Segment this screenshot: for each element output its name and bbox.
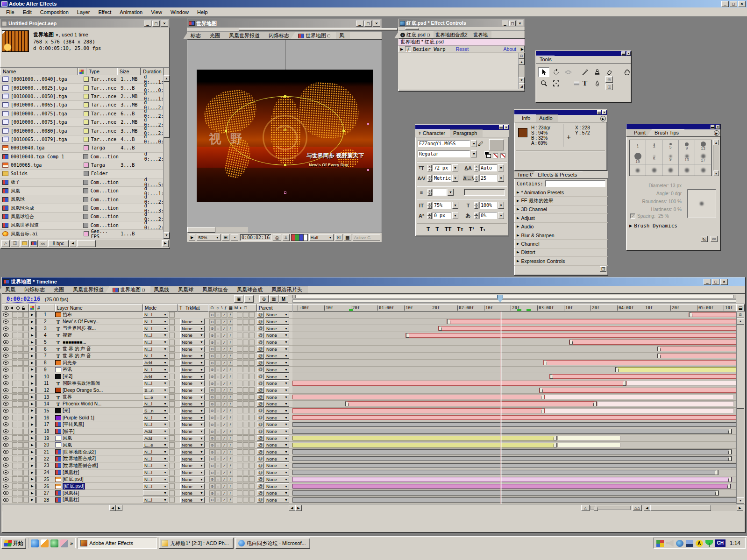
layer-duration-bar[interactable] [438, 326, 736, 331]
layer-twirl-icon[interactable]: ▶ [29, 423, 36, 426]
trkmat-dropdown[interactable]: None▼ [180, 387, 205, 393]
preserve-transparency-toggle[interactable] [169, 401, 175, 407]
effects-switch[interactable]: ƒ [228, 340, 233, 345]
layer-duration-bar[interactable] [292, 449, 732, 454]
adjustment-layer-switch[interactable] [249, 381, 255, 386]
layer-name[interactable]: [世界地图合成2] [63, 449, 96, 455]
preserve-transparency-toggle[interactable] [169, 456, 175, 461]
collapse-switch[interactable]: ☼ [215, 394, 221, 400]
frame-blend-switch[interactable] [237, 394, 242, 400]
preserve-transparency-toggle[interactable] [169, 490, 175, 496]
vscale-field[interactable]: 75% [433, 202, 451, 209]
maximize-button[interactable]: □ [152, 21, 160, 27]
label-color-swatch[interactable] [83, 206, 88, 211]
parent-pickwhip-icon[interactable]: @ [257, 422, 264, 427]
kerning-field[interactable]: Metric [433, 175, 451, 182]
column-name[interactable]: Name [0, 68, 78, 75]
adjustment-layer-switch[interactable] [249, 333, 255, 338]
layer-label-chip[interactable] [36, 374, 36, 380]
layer-duration-bar[interactable] [292, 484, 731, 489]
layer-visibility-eye-icon[interactable] [3, 319, 9, 324]
layer-visibility-eye-icon[interactable] [3, 375, 9, 379]
lock-toggle[interactable] [23, 463, 28, 468]
parent-pickwhip-icon[interactable]: @ [257, 497, 264, 503]
label-color-swatch[interactable] [84, 137, 89, 142]
preserve-transparency-toggle[interactable] [169, 394, 175, 400]
mode-header[interactable]: Mode [143, 304, 178, 312]
layer-label-chip[interactable] [36, 476, 36, 482]
layer-twirl-icon[interactable]: ▶ [29, 443, 36, 447]
trkmat-dropdown[interactable]: None▼ [180, 462, 205, 468]
effects-switch[interactable]: ƒ [228, 456, 233, 461]
project-title-bar[interactable]: Untitled Project.aep _ □ × [0, 19, 170, 28]
switch-header-icon[interactable]: ⊙ [210, 305, 214, 310]
solo-toggle[interactable] [18, 435, 23, 441]
layer-twirl-icon[interactable]: ▶ [29, 430, 36, 433]
brush-preset[interactable] [695, 164, 711, 176]
brush-dynamics-row[interactable]: ▶ Brush Dynamics [629, 223, 677, 229]
layer-row[interactable]: ▶ 23 [世界地图侧合成] N...l▼ None▼ [2, 462, 292, 469]
faux-style-button[interactable]: T [435, 226, 439, 233]
label-color-swatch[interactable] [83, 154, 88, 159]
twirl-icon[interactable]: ▶ [517, 242, 519, 246]
layer-visibility-eye-icon[interactable] [3, 443, 9, 447]
pen-tool[interactable] [591, 78, 603, 88]
layer-label-chip[interactable] [36, 319, 36, 325]
motion-blur-switch[interactable] [243, 470, 249, 475]
adjustment-layer-switch[interactable] [249, 449, 255, 455]
layer-duration-bar[interactable] [292, 477, 732, 482]
collapse-icon[interactable]: ▬ [499, 125, 503, 129]
timeline-v-scrollbar[interactable]: ⊡ ▲ ▼ [736, 312, 744, 504]
frame-blend-switch[interactable] [237, 497, 242, 503]
parent-dropdown[interactable]: None▼ [265, 408, 289, 414]
parent-pickwhip-icon[interactable]: @ [257, 449, 264, 455]
preserve-transparency-toggle[interactable] [169, 442, 175, 448]
motion-blur-switch[interactable] [243, 374, 249, 379]
blend-mode-dropdown[interactable]: N...l▼ [143, 497, 168, 503]
preserve-transparency-toggle[interactable] [169, 476, 175, 482]
frame-blend-switch[interactable] [237, 449, 242, 455]
effects-category-row[interactable]: ▶ FE 最终的效果 [514, 197, 608, 205]
draft-3d-icon[interactable]: ⊕ [259, 295, 269, 303]
effects-switch[interactable]: ƒ [228, 470, 233, 475]
solo-toggle[interactable] [18, 367, 23, 372]
effects-switch[interactable]: ƒ [228, 312, 233, 318]
effect-reset-link[interactable]: Reset [456, 46, 469, 52]
collapse-switch[interactable]: ☼ [215, 333, 221, 338]
close-button[interactable]: × [517, 21, 523, 26]
layer-label-chip[interactable] [36, 483, 36, 489]
twirl-icon[interactable]: ▶ [517, 250, 519, 254]
quality-switch[interactable]: ∕ [221, 381, 227, 386]
composition-tab[interactable]: 标志 [183, 32, 206, 39]
layer-twirl-icon[interactable]: ▶ [29, 491, 36, 495]
parent-dropdown[interactable]: None▼ [265, 312, 289, 318]
effect-controls-tab[interactable]: 世界地图合成2 [429, 31, 471, 38]
project-item-row[interactable]: [0010065...0079].tga Tar...nce 4...B d 0… [0, 135, 170, 144]
parent-pickwhip-icon[interactable]: @ [257, 346, 264, 352]
frame-blend-switch[interactable] [237, 401, 242, 407]
adjustment-layer-switch[interactable] [249, 429, 255, 434]
twirl-icon[interactable]: ▶ [517, 234, 519, 237]
switch-header-icon[interactable]: M [235, 305, 238, 310]
layer-visibility-eye-icon[interactable] [3, 470, 9, 475]
lock-toggle[interactable] [23, 415, 28, 420]
transparency-grid-icon[interactable]: ▩ [344, 234, 351, 241]
collapse-switch[interactable]: ☼ [215, 340, 221, 345]
layer-label-chip[interactable] [36, 435, 36, 441]
layer-visibility-eye-icon[interactable] [3, 409, 9, 413]
layer-duration-bar[interactable] [292, 490, 719, 496]
quality-switch[interactable]: ∕ [221, 319, 227, 325]
motion-blur-switch[interactable] [243, 353, 249, 359]
label-color-swatch[interactable] [84, 102, 89, 107]
lock-toggle[interactable] [23, 340, 28, 345]
layer-label-chip[interactable] [36, 462, 36, 468]
parent-dropdown[interactable]: None▼ [265, 497, 289, 503]
frame-blend-switch[interactable] [237, 346, 242, 352]
layer-twirl-icon[interactable]: ▶ [29, 388, 36, 392]
tray-network-globe-icon[interactable] [676, 540, 683, 547]
parent-pickwhip-icon[interactable]: @ [257, 463, 264, 468]
baseline-stepper[interactable]: ▲▼ [427, 213, 432, 219]
effects-switch[interactable]: ƒ [228, 346, 233, 352]
minimize-button[interactable]: _ [356, 21, 363, 27]
lock-toggle[interactable] [23, 490, 28, 496]
